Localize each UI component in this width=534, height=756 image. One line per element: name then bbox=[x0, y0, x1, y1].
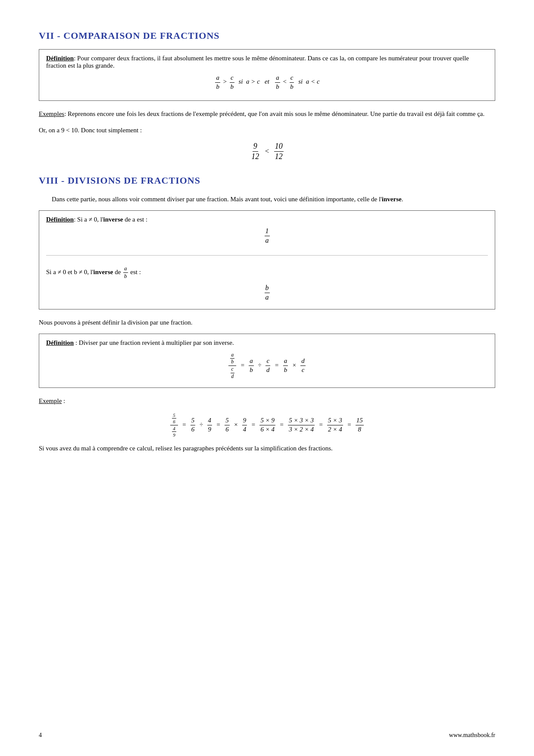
section-7-title: VII - Comparaison de fractions bbox=[39, 30, 495, 41]
division-formula: ab cd = ab ÷ cd = ab × dc bbox=[46, 352, 488, 380]
examples-label-7: Exemples bbox=[39, 110, 64, 117]
section-7: VII - Comparaison de fractions Définitio… bbox=[39, 30, 495, 162]
definition-box-division: Définition : Diviser par une fraction re… bbox=[39, 334, 495, 388]
def-inverse-a: Définition: Si a ≠ 0, l'inverse de a est… bbox=[46, 216, 488, 248]
section-8: VIII - Divisions de fractions Dans cette… bbox=[39, 175, 495, 454]
inverse-ab-formula: ba bbox=[46, 284, 488, 302]
definition-box-inverse: Définition: Si a ≠ 0, l'inverse de a est… bbox=[39, 210, 495, 309]
examples-paragraph-7: Exemples: Reprenons encore une fois les … bbox=[39, 109, 495, 119]
definition-box-7: Définition: Pour comparer deux fractions… bbox=[39, 49, 495, 101]
final-text: Si vous avez du mal à comprendre ce calc… bbox=[39, 443, 495, 453]
section-8-title: VIII - Divisions de fractions bbox=[39, 175, 495, 186]
definition-label-7: Définition bbox=[46, 55, 74, 62]
fraction-comparison-display: 912 < 1012 bbox=[39, 141, 495, 162]
formula-comparison: ab > cb si a > c et ab < cb si a < c bbox=[46, 74, 488, 91]
middle-text: Nous pouvons à présent définir la divisi… bbox=[39, 317, 495, 328]
page-number: 4 bbox=[39, 732, 42, 739]
def-label-inverse: Définition bbox=[46, 216, 74, 223]
website: www.mathsbook.fr bbox=[449, 732, 495, 739]
footer: 4 www.mathsbook.fr bbox=[0, 732, 534, 739]
inverse-a-formula: 1a bbox=[46, 227, 488, 245]
def-inverse-ab: Si a ≠ 0 et b ≠ 0, l'inverse de ab est :… bbox=[46, 265, 488, 303]
example-label: Exemple : bbox=[39, 396, 495, 406]
definition-text-7: Définition: Pour comparer deux fractions… bbox=[46, 55, 488, 69]
def-label-division: Définition bbox=[46, 339, 74, 346]
example-calculation: 56 49 = 56 ÷ 49 = 56 × 94 = 5 × 96 × 4 =… bbox=[39, 412, 495, 438]
examples-text2-7: Or, on a 9 < 10. Donc tout simplement : bbox=[39, 125, 495, 135]
section-8-intro: Dans cette partie, nous allons voir comm… bbox=[39, 194, 495, 204]
def-division-text: Définition : Diviser par une fraction re… bbox=[46, 339, 488, 347]
